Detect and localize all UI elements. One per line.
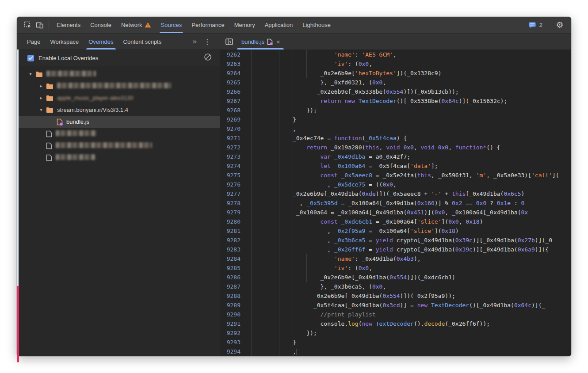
line-number[interactable]: 9285: [220, 263, 241, 273]
toolbar-tab-console[interactable]: Console: [85, 17, 116, 33]
code-line-9275[interactable]: 9275 const _0x5aeec8 = _0x5e24fa(this, _…: [220, 171, 571, 180]
line-number[interactable]: 9286: [220, 273, 241, 282]
line-number[interactable]: 9291: [220, 319, 241, 328]
toolbar-tab-application[interactable]: Application: [260, 17, 298, 33]
settings-gear-icon[interactable]: ⚙: [554, 19, 566, 31]
code-line-9272[interactable]: 9272 return _0x19a280(this, void 0x0, vo…: [220, 143, 571, 152]
line-number[interactable]: 9265: [220, 78, 241, 87]
nav-tab-workspace[interactable]: Workspace: [45, 34, 84, 49]
code-line-9292[interactable]: 9292 });: [220, 328, 571, 338]
code-line-9268[interactable]: 9268 });: [220, 106, 571, 115]
line-number[interactable]: 9289: [220, 301, 241, 310]
code-line-9265[interactable]: 9265 }, _0xfd0321, (0x0,: [220, 78, 571, 87]
code-line-9278[interactable]: 9278 , _0x5c395d = _0x100a64[_0x49d1ba(0…: [220, 198, 571, 208]
line-number[interactable]: 9282: [220, 236, 241, 245]
code-line-9283[interactable]: 9283 , _0x26ff6f = yield crypto[_0x49d1b…: [220, 245, 571, 254]
line-number[interactable]: 9262: [220, 50, 241, 59]
line-number[interactable]: 9266: [220, 87, 241, 96]
nav-tab-content-scripts[interactable]: Content scripts: [118, 34, 167, 49]
line-number[interactable]: 9267: [220, 96, 241, 106]
editor-tab-bundle-js[interactable]: bundle.js ×: [235, 34, 286, 49]
code-line-9276[interactable]: 9276 , _0x5dce75 = ((0x0,: [220, 180, 571, 189]
nav-tab-overrides[interactable]: Overrides: [84, 34, 118, 49]
line-number[interactable]: 9273: [220, 152, 241, 161]
tree-item-blurred[interactable]: ▸: [17, 80, 220, 92]
code-line-9287[interactable]: 9287 }, _0x3b6ca5, (0x0,: [220, 282, 571, 291]
code-line-9269[interactable]: 9269 }: [220, 115, 571, 124]
line-number[interactable]: 9270: [220, 124, 241, 133]
line-number[interactable]: 9279: [220, 208, 241, 217]
nav-tab-page[interactable]: Page: [22, 34, 45, 49]
code-line-9270[interactable]: 9270 ,: [220, 124, 571, 133]
tab-close-icon[interactable]: ×: [275, 38, 281, 46]
code-line-9290[interactable]: 9290 //print playlist: [220, 310, 571, 319]
tree-item-blurred[interactable]: [17, 128, 220, 140]
toolbar-tab-sources[interactable]: Sources: [156, 17, 187, 33]
code-line-9271[interactable]: 9271 _0x4ec74e = function(_0x5f4caa) {: [220, 133, 571, 143]
line-number[interactable]: 9290: [220, 310, 241, 319]
line-number[interactable]: 9281: [220, 226, 241, 236]
overflow-tabs-icon[interactable]: »: [189, 37, 199, 46]
line-number[interactable]: 9271: [220, 133, 241, 143]
line-number[interactable]: 9277: [220, 189, 241, 198]
line-number[interactable]: 9283: [220, 245, 241, 254]
line-number[interactable]: 9269: [220, 115, 241, 124]
line-number[interactable]: 9292: [220, 328, 241, 338]
code-line-9274[interactable]: 9274 let _0x100a64 = _0x5f4caa['data'];: [220, 161, 571, 171]
chevron-right-icon[interactable]: ▸: [38, 83, 44, 89]
code-editor[interactable]: 9262 'name': 'AES-GCM',9263 'iv': (0x0,9…: [220, 50, 571, 356]
code-line-9286[interactable]: 9286 _0x2e6b9e[_0x49d1ba(0x554)])(_0xdc6…: [220, 273, 571, 282]
navigator-toggle-icon[interactable]: [223, 36, 235, 47]
tree-item-bundle-js[interactable]: bundle.js: [17, 116, 220, 128]
chevron-down-icon[interactable]: ▾: [27, 71, 34, 77]
line-number[interactable]: 9287: [220, 282, 241, 291]
line-number[interactable]: 9264: [220, 69, 241, 78]
line-number[interactable]: 9293: [220, 338, 241, 347]
code-line-9284[interactable]: 9284 'name': _0x49d1ba(0x4b3),: [220, 254, 571, 263]
toolbar-tab-network[interactable]: Network: [116, 17, 156, 33]
enable-overrides-checkbox[interactable]: [27, 55, 34, 61]
code-line-9266[interactable]: 9266 _0x2e6b9e[_0x5338be(0x554)])(_0x9b1…: [220, 87, 571, 96]
code-line-9267[interactable]: 9267 return new TextDecoder()[_0x5338be(…: [220, 96, 571, 106]
code-line-9277[interactable]: 9277 _0x2e6b9e[_0x49d1ba(0xde)])(_0x5aee…: [220, 189, 571, 198]
line-number[interactable]: 9284: [220, 254, 241, 263]
code-line-9288[interactable]: 9288 _0x2e6b9e[_0x49d1ba(0x554)])(_0x2f9…: [220, 291, 571, 301]
code-line-9293[interactable]: 9293 }: [220, 338, 571, 347]
line-number[interactable]: 9294: [220, 347, 241, 356]
more-options-icon[interactable]: ⋮: [199, 38, 215, 46]
code-line-9279[interactable]: 9279 _0x100a64 = _0x100a64[_0x49d1ba(0x4…: [220, 208, 571, 217]
code-line-9262[interactable]: 9262 'name': 'AES-GCM',: [220, 50, 571, 59]
code-line-9280[interactable]: 9280 const _0xdc6cb1 = _0x100a64['slice'…: [220, 217, 571, 226]
toolbar-tab-memory[interactable]: Memory: [229, 17, 260, 33]
toolbar-tab-lighthouse[interactable]: Lighthouse: [298, 17, 336, 33]
tree-item-blurred[interactable]: [17, 140, 220, 152]
toolbar-tab-elements[interactable]: Elements: [52, 17, 85, 33]
line-number[interactable]: 9263: [220, 59, 241, 69]
line-number[interactable]: 9278: [220, 198, 241, 208]
line-number[interactable]: 9272: [220, 143, 241, 152]
tree-item-apple-music-player-alex3130[interactable]: ▸apple_music_player-alex3130: [17, 92, 220, 104]
line-number[interactable]: 9288: [220, 291, 241, 301]
line-number[interactable]: 9276: [220, 180, 241, 189]
code-line-9285[interactable]: 9285 'iv': (0x0,: [220, 263, 571, 273]
code-line-9294[interactable]: 9294 ,: [220, 347, 571, 356]
toolbar-tab-performance[interactable]: Performance: [187, 17, 229, 33]
device-toolbar-icon[interactable]: [34, 19, 46, 31]
clear-overrides-icon[interactable]: [204, 53, 212, 63]
chevron-right-icon[interactable]: ▸: [38, 95, 44, 101]
line-number[interactable]: 9275: [220, 171, 241, 180]
code-line-9282[interactable]: 9282 , _0x3b6ca5 = yield crypto[_0x49d1b…: [220, 236, 571, 245]
chevron-down-icon[interactable]: ▾: [38, 107, 44, 113]
console-messages-icon[interactable]: [528, 19, 538, 31]
tree-item-blurred[interactable]: ▾: [17, 68, 220, 80]
code-line-9281[interactable]: 9281 , _0x2f95a9 = _0x100a64['slice'](0x…: [220, 226, 571, 236]
code-line-9291[interactable]: 9291 console.log(new TextDecoder().decod…: [220, 319, 571, 328]
line-number[interactable]: 9280: [220, 217, 241, 226]
code-line-9273[interactable]: 9273 var _0x49d1ba = a0_0x42f7;: [220, 152, 571, 161]
tree-item-blurred[interactable]: [17, 152, 220, 164]
code-line-9289[interactable]: 9289 _0x5f4caa[_0x49d1ba(0x3cd)] = new T…: [220, 301, 571, 310]
inspect-icon[interactable]: [21, 19, 34, 31]
line-number[interactable]: 9268: [220, 106, 241, 115]
code-line-9264[interactable]: 9264 _0x2e6b9e['hexToBytes'])(_0x1328c9): [220, 69, 571, 78]
tree-item-stream-bonyani-ir-vis3-3-1-4[interactable]: ▾stream.bonyani.ir/Vis3/3.1.4: [17, 104, 220, 116]
